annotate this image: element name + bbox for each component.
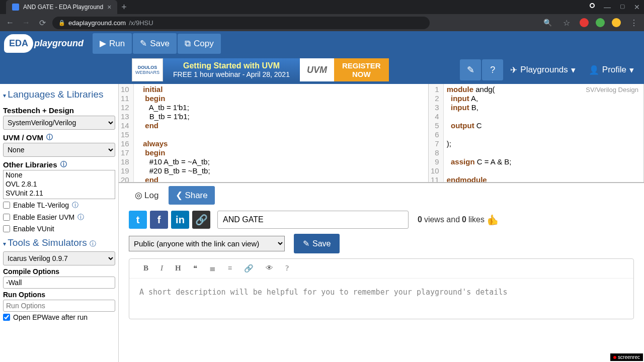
forward-icon[interactable]: → (20, 18, 32, 27)
ad-register[interactable]: REGISTERNOW (334, 58, 389, 81)
visibility-select[interactable]: Public (anyone with the link can view) (129, 236, 285, 251)
label-run-options: Run Options (3, 289, 115, 300)
design-editor[interactable]: SV/Verilog Design 1234567891011 module a… (429, 84, 644, 182)
pane-label: SV/Verilog Design (586, 86, 638, 94)
bold-icon[interactable]: B (143, 264, 148, 273)
italic-icon[interactable]: I (160, 264, 163, 273)
line-gutter: 1234567891011 (429, 84, 444, 182)
logo-text: playground (34, 38, 84, 49)
listbox-libraries[interactable]: None OVL 2.8.1 SVUnit 2.11 (3, 170, 115, 199)
section-tools[interactable]: Tools & Simulators ⓘ (3, 234, 115, 251)
list-item[interactable]: SVUnit 2.11 (4, 189, 115, 198)
tab-log[interactable]: ◎Log (128, 186, 166, 205)
send-icon: ✈ (510, 65, 517, 75)
testbench-editor[interactable]: 101112131415161718192021 initial begin A… (119, 84, 429, 182)
extension-icon[interactable] (596, 18, 605, 27)
linkedin-icon[interactable]: in (171, 211, 189, 229)
edit-icon: ✎ (467, 64, 474, 75)
zoom-icon[interactable]: 🔍 (541, 19, 553, 27)
user-icon: 👤 (589, 65, 599, 75)
link-icon[interactable]: 🔗 (244, 264, 254, 273)
quote-icon[interactable]: ❝ (193, 264, 197, 273)
markdown-toolbar: B I H ❝ ≣ ≡ 🔗 👁 ? (129, 259, 633, 279)
description-textarea[interactable]: A short description will be helpful for … (129, 279, 633, 319)
favicon (12, 4, 19, 11)
share-save-button[interactable]: ✎Save (294, 234, 340, 253)
url-path: /x/9HSU (129, 19, 153, 27)
copy-button[interactable]: ⧉Copy (178, 34, 221, 54)
twitter-icon[interactable]: t (129, 211, 147, 229)
help-icon: ? (490, 65, 495, 75)
input-run-options[interactable] (3, 300, 115, 312)
menu-icon[interactable]: ⋮ (628, 18, 640, 28)
new-tab-button[interactable]: + (121, 2, 127, 13)
checkbox-vunit[interactable]: Enable VUnit (3, 223, 115, 234)
minimize-icon[interactable]: — (604, 3, 611, 11)
info-icon[interactable]: ⓘ (72, 201, 78, 210)
run-button[interactable]: ▶Run (93, 33, 132, 54)
thumb-icon[interactable]: 👍 (487, 214, 499, 226)
checkbox-epwave[interactable]: Open EPWave after run (3, 312, 115, 323)
info-icon[interactable]: ⓘ (77, 213, 84, 222)
profile-dropdown[interactable]: 👤Profile▾ (583, 60, 640, 80)
star-icon[interactable]: ☆ (560, 18, 573, 28)
select-uvm[interactable]: None (3, 143, 115, 157)
ul-icon[interactable]: ≣ (209, 264, 216, 273)
select-testbench[interactable]: SystemVerilog/Verilog (3, 116, 115, 130)
logo[interactable]: EDA playground (4, 34, 84, 53)
line-gutter: 101112131415161718192021 (119, 84, 134, 182)
stats-text: 0 views and 0 likes 👍 (418, 214, 499, 226)
record-icon[interactable] (590, 3, 595, 8)
playground-name-input[interactable] (217, 211, 409, 229)
caret-icon: ▾ (571, 65, 576, 75)
screenrec-badge: screenrec (610, 353, 643, 361)
target-icon: ◎ (135, 190, 142, 201)
help-icon[interactable]: ? (285, 264, 289, 273)
play-icon: ▶ (100, 38, 106, 49)
window-close-icon[interactable]: ✕ (634, 3, 640, 11)
link-icon[interactable]: 🔗 (192, 211, 210, 229)
list-item[interactable]: None (4, 170, 115, 179)
ad-uvm: UVM (300, 58, 334, 81)
browser-tab[interactable]: AND GATE - EDA Playground × (6, 0, 117, 14)
code-area[interactable]: initial begin A_tb = 1'b1; B_tb = 1'b1; … (134, 84, 213, 182)
record-dot-icon (613, 356, 616, 359)
address-bar[interactable]: 🔒 edaplayground.com/x/9HSU (52, 17, 430, 29)
checkbox-easier-uvm[interactable]: Enable Easier UVMⓘ (3, 211, 115, 223)
playgrounds-dropdown[interactable]: ✈Playgrounds▾ (504, 60, 582, 80)
browser-tab-bar: AND GATE - EDA Playground × + — ▢ ✕ (0, 0, 644, 14)
label-testbench-design: Testbench + Design (3, 103, 115, 116)
facebook-icon[interactable]: f (150, 211, 168, 229)
reload-icon[interactable]: ⟳ (36, 18, 48, 28)
select-simulator[interactable]: Icarus Verilog 0.9.7 (3, 251, 115, 265)
help-button[interactable]: ? (482, 59, 503, 80)
browser-url-bar: ← → ⟳ 🔒 edaplayground.com/x/9HSU 🔍 ☆ ⋮ (0, 14, 644, 31)
code-area[interactable]: module andg( input A, input B, output C … (444, 84, 515, 182)
url-host: edaplayground.com (68, 19, 126, 27)
list-item[interactable]: OVL 2.8.1 (4, 179, 115, 189)
ad-text: Getting Started with UVMFREE 1 hour webi… (163, 58, 300, 81)
pencil-icon: ✎ (140, 38, 147, 49)
info-icon[interactable]: ⓘ (90, 240, 96, 247)
tab-share[interactable]: ❮Share (169, 186, 214, 205)
description-box: B I H ❝ ≣ ≡ 🔗 👁 ? A short description wi… (129, 258, 634, 319)
checkbox-tl-verilog[interactable]: Enable TL-Verilogⓘ (3, 199, 115, 211)
save-button[interactable]: ✎Save (133, 33, 177, 54)
sub-header: DOULOSWEBINARS Getting Started with UVMF… (0, 56, 644, 84)
edit-button[interactable]: ✎ (460, 59, 481, 80)
heading-icon[interactable]: H (175, 264, 181, 273)
ad-banner[interactable]: DOULOSWEBINARS Getting Started with UVMF… (132, 58, 389, 81)
extension-icon[interactable] (580, 18, 589, 27)
input-compile-options[interactable] (3, 277, 115, 289)
ol-icon[interactable]: ≡ (228, 264, 232, 273)
avatar-icon[interactable] (612, 18, 621, 27)
info-icon[interactable]: ⓘ (60, 160, 67, 169)
maximize-icon[interactable]: ▢ (620, 3, 625, 11)
close-icon[interactable]: × (107, 3, 111, 11)
section-languages[interactable]: Languages & Libraries (3, 86, 115, 103)
bottom-panel: ◎Log ❮Share t f in 🔗 0 views and 0 likes… (119, 183, 644, 362)
preview-icon[interactable]: 👁 (266, 264, 273, 273)
info-icon[interactable]: ⓘ (46, 133, 53, 142)
back-icon[interactable]: ← (4, 18, 16, 27)
caret-icon: ▾ (629, 65, 634, 75)
